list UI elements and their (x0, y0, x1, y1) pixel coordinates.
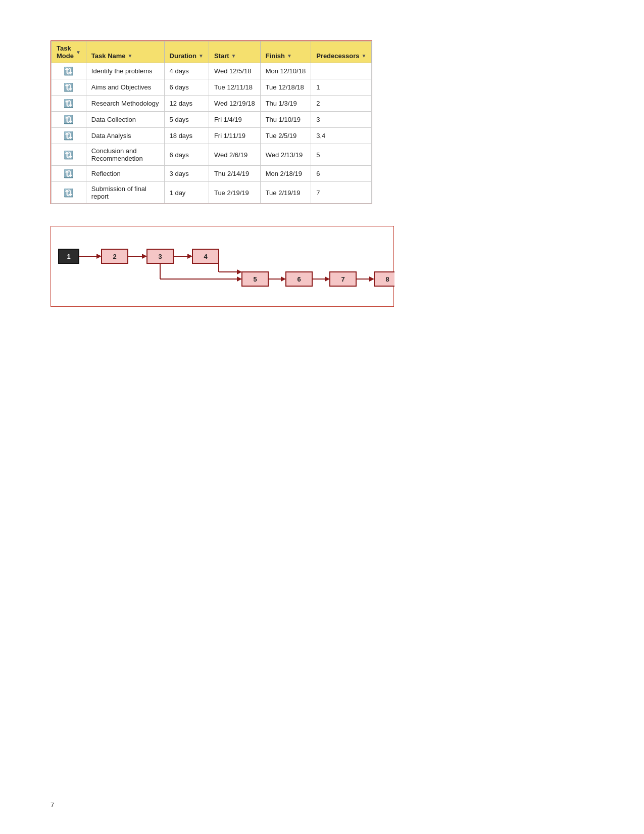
sort-arrow-duration[interactable]: ▼ (199, 53, 204, 59)
start-cell: Wed 2/6/19 (209, 144, 260, 166)
table-header-row: TaskMode ▼ Task Name ▼ Duration ▼ (52, 41, 372, 63)
duration-cell: 12 days (164, 96, 209, 112)
finish-cell: Thu 1/3/19 (260, 96, 311, 112)
start-cell: Tue 12/11/18 (209, 79, 260, 96)
arrow-6-7-head (325, 276, 330, 282)
table-row: 🔃Reflection3 daysThu 2/14/19Mon 2/18/196 (52, 166, 372, 182)
node-1-label: 1 (67, 253, 70, 260)
task-name-cell: Submission of final report (86, 182, 164, 204)
task-mode-cell: 🔃 (52, 63, 86, 79)
start-cell: Thu 2/14/19 (209, 166, 260, 182)
finish-cell: Tue 2/5/19 (260, 128, 311, 144)
duration-cell: 3 days (164, 166, 209, 182)
table-row: 🔃Aims and Objectives6 daysTue 12/11/18Tu… (52, 79, 372, 96)
task-mode-cell: 🔃 (52, 112, 86, 128)
task-mode-icon: 🔃 (64, 169, 74, 178)
duration-cell: 4 days (164, 63, 209, 79)
task-mode-icon: 🔃 (64, 99, 74, 108)
sort-arrow-task-mode[interactable]: ▼ (76, 50, 81, 55)
node-4-label: 4 (204, 253, 208, 260)
table-row: 🔃Data Collection5 daysFri 1/4/19Thu 1/10… (52, 112, 372, 128)
task-mode-cell: 🔃 (52, 144, 86, 166)
arrow-1-2-head (96, 254, 102, 259)
node-2-label: 2 (113, 253, 116, 260)
task-name-cell: Conclusion and Recommendetion (86, 144, 164, 166)
task-mode-icon: 🔃 (64, 150, 74, 160)
finish-cell: Mon 2/18/19 (260, 166, 311, 182)
task-mode-cell: 🔃 (52, 128, 86, 144)
predecessors-cell: 1 (311, 79, 372, 96)
task-table: TaskMode ▼ Task Name ▼ Duration ▼ (51, 41, 372, 204)
task-name-cell: Data Collection (86, 112, 164, 128)
col-task-mode-label: TaskMode (57, 44, 74, 60)
page-content: TaskMode ▼ Task Name ▼ Duration ▼ (0, 0, 644, 367)
col-task-mode: TaskMode ▼ (52, 41, 86, 63)
col-predecessors: Predecessors ▼ (311, 41, 372, 63)
col-start: Start ▼ (209, 41, 260, 63)
finish-cell: Thu 1/10/19 (260, 112, 311, 128)
node-8-rect (374, 272, 394, 286)
table-row: 🔃Submission of final report1 dayTue 2/19… (52, 182, 372, 204)
predecessors-cell (311, 63, 372, 79)
finish-cell: Tue 12/18/18 (260, 79, 311, 96)
col-finish: Finish ▼ (260, 41, 311, 63)
node-3-label: 3 (158, 253, 162, 260)
duration-cell: 6 days (164, 144, 209, 166)
start-cell: Fri 1/4/19 (209, 112, 260, 128)
duration-cell: 1 day (164, 182, 209, 204)
finish-cell: Wed 2/13/19 (260, 144, 311, 166)
task-mode-icon: 🔃 (64, 82, 74, 92)
predecessors-cell: 7 (311, 182, 372, 204)
col-finish-label: Finish (266, 52, 285, 60)
task-mode-cell: 🔃 (52, 182, 86, 204)
col-duration: Duration ▼ (164, 41, 209, 63)
arrow-5-6-head (281, 276, 286, 282)
sort-arrow-start[interactable]: ▼ (231, 53, 236, 59)
table-row: 🔃Identify the problems4 daysWed 12/5/18M… (52, 63, 372, 79)
task-mode-icon: 🔃 (64, 188, 74, 198)
node-8-label: 8 (385, 275, 389, 283)
start-cell: Fri 1/11/19 (209, 128, 260, 144)
table-row: 🔃Conclusion and Recommendetion6 daysWed … (52, 144, 372, 166)
sort-arrow-predecessors[interactable]: ▼ (361, 53, 366, 59)
node-6-label: 6 (297, 275, 301, 283)
sort-arrow-task-name[interactable]: ▼ (128, 53, 133, 59)
col-task-name-label: Task Name (91, 52, 126, 60)
task-mode-cell: 🔃 (52, 79, 86, 96)
node-7-label: 7 (341, 275, 344, 283)
col-predecessors-label: Predecessors (316, 52, 359, 60)
task-mode-icon: 🔃 (64, 131, 74, 141)
task-table-container: TaskMode ▼ Task Name ▼ Duration ▼ (51, 40, 372, 204)
task-name-cell: Identify the problems (86, 63, 164, 79)
predecessors-cell: 2 (311, 96, 372, 112)
arrow-4-5-head (237, 269, 242, 274)
start-cell: Wed 12/19/18 (209, 96, 260, 112)
predecessors-cell: 3 (311, 112, 372, 128)
table-row: 🔃Research Methodology12 daysWed 12/19/18… (52, 96, 372, 112)
arrow-2-3-head (142, 254, 147, 259)
task-name-cell: Data Analysis (86, 128, 164, 144)
page-number: 7 (51, 801, 54, 809)
task-mode-cell: 🔃 (52, 96, 86, 112)
predecessors-cell: 5 (311, 144, 372, 166)
arrow-7-8-head (369, 276, 374, 282)
col-start-label: Start (214, 52, 229, 60)
finish-cell: Mon 12/10/18 (260, 63, 311, 79)
arrow-3-4-head (187, 254, 192, 259)
start-cell: Wed 12/5/18 (209, 63, 260, 79)
finish-cell: Tue 2/19/19 (260, 182, 311, 204)
task-name-cell: Aims and Objectives (86, 79, 164, 96)
duration-cell: 18 days (164, 128, 209, 144)
task-mode-icon: 🔃 (64, 66, 74, 76)
predecessors-cell: 3,4 (311, 128, 372, 144)
duration-cell: 6 days (164, 79, 209, 96)
arrow-3-5-head (237, 276, 242, 282)
task-mode-cell: 🔃 (52, 166, 86, 182)
network-svg: 1 2 3 4 (51, 226, 394, 307)
col-task-name: Task Name ▼ (86, 41, 164, 63)
start-cell: Tue 2/19/19 (209, 182, 260, 204)
node-5-label: 5 (253, 275, 257, 283)
task-mode-icon: 🔃 (64, 115, 74, 124)
table-row: 🔃Data Analysis18 daysFri 1/11/19Tue 2/5/… (52, 128, 372, 144)
sort-arrow-finish[interactable]: ▼ (287, 53, 292, 59)
